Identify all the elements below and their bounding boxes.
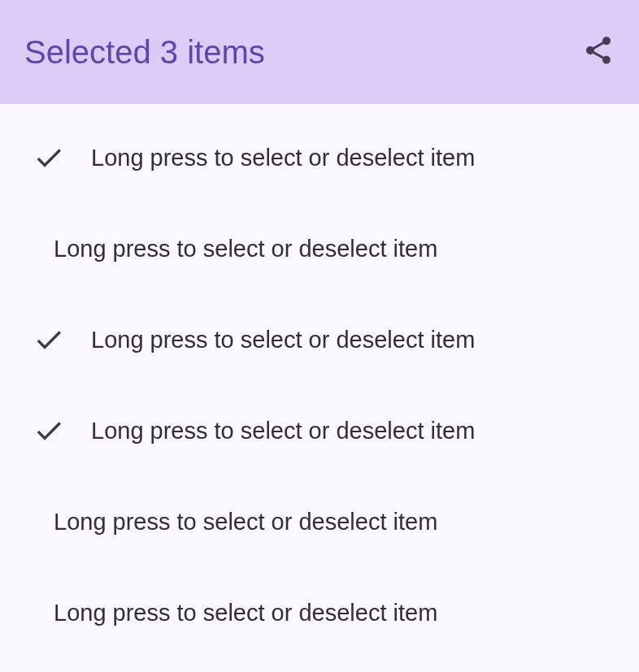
list-item[interactable]: Long press to select or deselect item: [0, 567, 639, 658]
item-label: Long press to select or deselect item: [54, 236, 437, 262]
selection-title: Selected 3 items: [24, 34, 265, 71]
check-icon: [33, 414, 65, 447]
item-list: Long press to select or deselect item Lo…: [0, 104, 639, 666]
list-item[interactable]: Long press to select or deselect item: [0, 476, 639, 567]
list-item[interactable]: Long press to select or deselect item: [0, 203, 639, 294]
item-label: Long press to select or deselect item: [91, 418, 475, 444]
item-label: Long press to select or deselect item: [91, 327, 475, 353]
item-label: Long press to select or deselect item: [91, 145, 475, 171]
item-label: Long press to select or deselect item: [54, 509, 437, 535]
share-icon: [582, 34, 615, 67]
selection-header: Selected 3 items: [0, 0, 639, 104]
item-label: Long press to select or deselect item: [54, 600, 437, 626]
check-slot: [33, 141, 73, 174]
check-slot: [33, 414, 73, 447]
list-item[interactable]: Long press to select or deselect item: [0, 294, 639, 385]
check-icon: [33, 323, 65, 356]
check-slot: [33, 323, 73, 356]
list-item[interactable]: Long press to select or deselect item: [0, 112, 639, 203]
check-icon: [33, 141, 65, 174]
share-button[interactable]: [582, 34, 615, 70]
list-item[interactable]: Long press to select or deselect item: [0, 385, 639, 476]
